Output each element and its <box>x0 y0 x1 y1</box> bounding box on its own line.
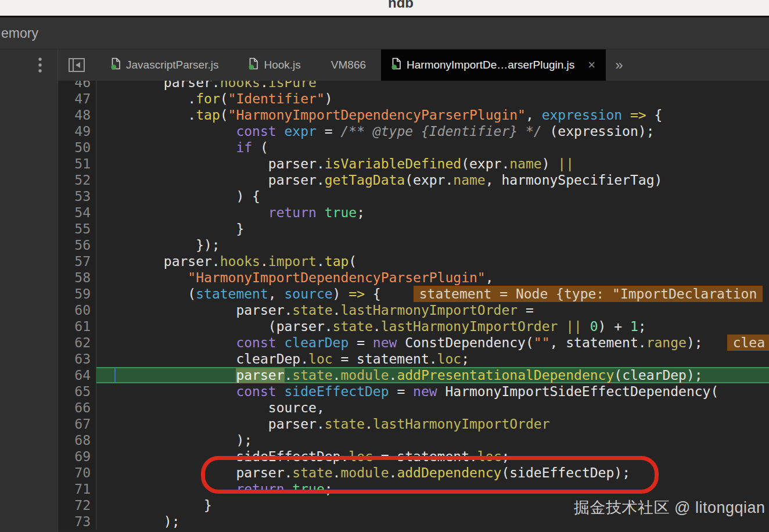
tab-overflow-chevron-icon[interactable]: » <box>615 49 623 81</box>
line-number[interactable]: 46 <box>58 81 96 91</box>
panel-tab-memory[interactable]: emory <box>1 26 38 41</box>
code-text[interactable]: const expr = /** @type {Identifier} */ (… <box>96 123 769 139</box>
code-line[interactable]: 60 parser.state.lastHarmonyImportOrder = <box>58 302 769 318</box>
code-line[interactable]: 61 (parser.state.lastHarmonyImportOrder … <box>58 318 769 335</box>
code-line[interactable]: 50 if ( <box>58 139 769 156</box>
tab-harmonyimportdependencyparserplugin[interactable]: HarmonyImportDe…arserPlugin.js × <box>381 49 606 81</box>
code-text[interactable]: }); <box>96 237 769 253</box>
code-line[interactable]: 62 const clearDep = new ConstDependency(… <box>58 335 769 351</box>
code-line[interactable]: 59 (statement, source) => {statement = N… <box>58 286 769 302</box>
line-number[interactable]: 63 <box>58 351 96 367</box>
tab-label: JavascriptParser.js <box>126 59 218 71</box>
line-number[interactable]: 65 <box>58 383 96 400</box>
tab-javascriptparser[interactable]: JavascriptParser.js <box>96 49 233 81</box>
code-text[interactable]: parser.state.lastHarmonyImportOrder = <box>96 302 769 318</box>
app-window: ndb emory <box>0 0 769 532</box>
line-number[interactable]: 67 <box>58 416 96 432</box>
code-text[interactable]: source, <box>96 400 769 416</box>
tab-vm866[interactable]: VM866 <box>316 49 381 81</box>
code-editor[interactable]: 46 parser.hooks.isPure47 .for("Identifie… <box>58 81 769 532</box>
code-line[interactable]: 48 .tap("HarmonyImportDependencyParserPl… <box>58 107 769 123</box>
code-line[interactable]: 49 const expr = /** @type {Identifier} *… <box>58 123 769 139</box>
collapse-sidebar-icon[interactable] <box>68 49 85 81</box>
code-line[interactable]: 53 ) { <box>58 188 769 204</box>
title-bar: ndb <box>0 0 769 17</box>
code-line[interactable]: 66 source, <box>58 400 769 416</box>
code-text[interactable]: parser.state.lastHarmonyImportOrder <box>96 416 769 432</box>
code-rows: 46 parser.hooks.isPure47 .for("Identifie… <box>58 81 769 530</box>
code-text[interactable]: const sideEffectDep = new HarmonyImportS… <box>96 383 769 400</box>
code-line[interactable]: 68 ); <box>58 432 769 448</box>
code-line[interactable]: 67 parser.state.lastHarmonyImportOrder <box>58 416 769 432</box>
code-line[interactable]: 63 clearDep.loc = statement.loc; <box>58 351 769 367</box>
code-line[interactable]: 65 const sideEffectDep = new HarmonyImpo… <box>58 383 769 400</box>
code-text[interactable]: parser.hooks.isPure <box>96 81 769 91</box>
line-number[interactable]: 47 <box>58 91 96 107</box>
line-number[interactable]: 66 <box>58 400 96 416</box>
code-text[interactable]: parser.state.module.addPresentationalDep… <box>96 367 769 383</box>
close-icon[interactable]: × <box>588 59 595 71</box>
code-line[interactable]: 51 parser.isVariableDefined(expr.name) |… <box>58 156 769 172</box>
line-number[interactable]: 52 <box>58 172 96 188</box>
line-number[interactable]: 60 <box>58 302 96 318</box>
code-text[interactable]: parser.hooks.import.tap( <box>96 253 769 269</box>
code-text[interactable]: return true; <box>96 481 769 497</box>
script-file-icon <box>111 57 121 73</box>
script-file-icon <box>249 57 258 73</box>
code-text[interactable]: const clearDep = new ConstDependency("",… <box>96 335 769 351</box>
code-text[interactable]: clearDep.loc = statement.loc; <box>96 351 769 367</box>
code-text[interactable]: .tap("HarmonyImportDependencyParserPlugi… <box>96 107 769 123</box>
code-text[interactable]: "HarmonyImportDependencyParserPlugin", <box>96 269 769 286</box>
code-text[interactable]: sideEffectDep.loc = statement.loc; <box>96 448 769 465</box>
line-number[interactable]: 57 <box>58 253 96 269</box>
code-line[interactable]: 47 .for("Identifier") <box>58 91 769 107</box>
line-number[interactable]: 59 <box>58 286 96 302</box>
line-number[interactable]: 55 <box>58 221 96 237</box>
code-text[interactable]: (parser.state.lastHarmonyImportOrder || … <box>96 318 769 335</box>
code-line[interactable]: 70 parser.state.module.addDependency(sid… <box>58 465 769 481</box>
code-line[interactable]: 71 return true; <box>58 481 769 497</box>
line-number[interactable]: 71 <box>58 481 96 497</box>
code-text[interactable]: .for("Identifier") <box>96 91 769 107</box>
code-text[interactable]: parser.state.module.addDependency(sideEf… <box>96 465 769 481</box>
line-number[interactable]: 62 <box>58 335 96 351</box>
line-number[interactable]: 64 <box>58 367 96 383</box>
code-line[interactable]: 64 parser.state.module.addPresentational… <box>58 367 769 383</box>
line-number[interactable]: 72 <box>58 497 96 513</box>
tab-hook[interactable]: Hook.js <box>233 49 315 81</box>
code-text[interactable]: return true; <box>96 204 769 221</box>
code-line[interactable]: 58 "HarmonyImportDependencyParserPlugin"… <box>58 269 769 286</box>
line-number[interactable]: 73 <box>58 513 96 530</box>
code-line[interactable]: 54 return true; <box>58 204 769 221</box>
code-text[interactable]: parser.isVariableDefined(expr.name) || <box>96 156 769 172</box>
code-text[interactable]: ); <box>96 432 769 448</box>
code-line[interactable]: 57 parser.hooks.import.tap( <box>58 253 769 269</box>
line-number[interactable]: 50 <box>58 139 96 156</box>
code-line[interactable]: 52 parser.getTagData(expr.name, harmonyS… <box>58 172 769 188</box>
code-line[interactable]: 55 } <box>58 221 769 237</box>
line-number[interactable]: 68 <box>58 432 96 448</box>
app-title: ndb <box>16 0 769 11</box>
code-text[interactable]: parser.getTagData(expr.name, harmonySpec… <box>96 172 769 188</box>
line-number[interactable]: 49 <box>58 123 96 139</box>
line-number[interactable]: 53 <box>58 188 96 204</box>
line-number[interactable]: 56 <box>58 237 96 253</box>
line-number[interactable]: 48 <box>58 107 96 123</box>
code-text[interactable]: ) { <box>96 188 769 204</box>
code-text[interactable]: } <box>96 221 769 237</box>
code-line[interactable]: 69 sideEffectDep.loc = statement.loc; <box>58 448 769 465</box>
code-line[interactable]: 56 }); <box>58 237 769 253</box>
script-file-icon <box>391 57 401 73</box>
kebab-menu-icon[interactable] <box>35 57 45 73</box>
line-number[interactable]: 69 <box>58 448 96 465</box>
code-text[interactable]: if ( <box>96 139 769 156</box>
line-number[interactable]: 58 <box>58 269 96 286</box>
line-number[interactable]: 70 <box>58 465 96 481</box>
line-number[interactable]: 54 <box>58 204 96 221</box>
line-number[interactable]: 51 <box>58 156 96 172</box>
code-text[interactable]: (statement, source) => {statement = Node… <box>96 286 769 302</box>
line-number[interactable]: 61 <box>58 318 96 335</box>
tab-label: Hook.js <box>264 59 300 71</box>
code-line[interactable]: 46 parser.hooks.isPure <box>58 81 769 91</box>
inline-eval-widget: statement = Node {type: "ImportDeclarati… <box>414 286 763 302</box>
